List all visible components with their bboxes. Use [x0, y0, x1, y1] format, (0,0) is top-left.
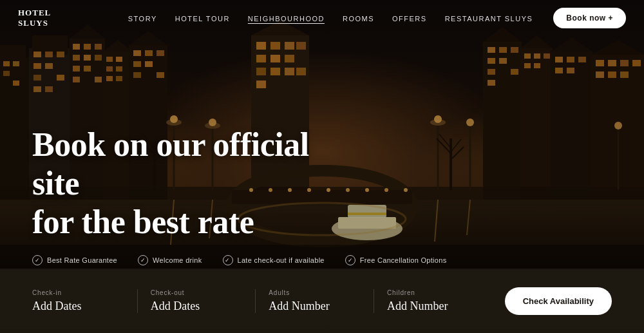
checkin-field[interactable]: Check-in Add Dates	[32, 289, 138, 313]
adults-value[interactable]: Add Number	[269, 300, 361, 313]
adults-label: Adults	[269, 289, 361, 296]
nav-restaurant[interactable]: RESTAURANT SLUYS	[445, 15, 533, 23]
feature-label-3: Late check-out if available	[238, 256, 325, 264]
check-icon-2: ✓	[138, 255, 148, 265]
nav-offers[interactable]: OFFERS	[392, 15, 427, 23]
check-availability-button[interactable]: Check Availability	[505, 287, 612, 315]
book-now-button[interactable]: Book now +	[553, 8, 626, 28]
checkin-label: Check-in	[32, 289, 124, 296]
nav-rooms[interactable]: ROOMS	[343, 15, 374, 23]
nav-hotel-tour[interactable]: HOTEL TOUR	[175, 15, 230, 23]
logo-line2: SLUYS	[18, 18, 51, 28]
nav-links: STORY HOTEL TOUR NEIGHBOURHOOD ROOMS OFF…	[128, 12, 533, 24]
checkin-value[interactable]: Add Dates	[32, 300, 124, 313]
checkout-value[interactable]: Add Dates	[151, 300, 243, 313]
logo-line1: HOTEL	[18, 8, 51, 18]
feature-late-checkout: ✓ Late check-out if available	[223, 255, 325, 265]
hero-title: Book on our official site for the best r…	[32, 126, 354, 241]
feature-best-rate: ✓ Best Rate Guarantee	[32, 255, 117, 265]
children-value[interactable]: Add Number	[387, 300, 479, 313]
feature-free-cancellation: ✓ Free Cancellation Options	[345, 255, 447, 265]
feature-label-1: Best Rate Guarantee	[47, 256, 117, 264]
hero-title-line2: for the best rate	[32, 204, 254, 240]
features-bar: ✓ Best Rate Guarantee ✓ Welcome drink ✓ …	[0, 255, 644, 265]
check-icon-1: ✓	[32, 255, 43, 265]
hero-title-line1: Book on our official site	[32, 126, 309, 202]
check-icon-4: ✓	[345, 255, 355, 265]
checkout-field[interactable]: Check-out Add Dates	[138, 289, 256, 313]
navbar: HOTEL SLUYS STORY HOTEL TOUR NEIGHBOURHO…	[0, 0, 644, 35]
feature-label-4: Free Cancellation Options	[360, 256, 447, 264]
nav-story[interactable]: STORY	[128, 15, 157, 23]
feature-welcome-drink: ✓ Welcome drink	[138, 255, 202, 265]
checkout-label: Check-out	[151, 289, 243, 296]
check-icon-3: ✓	[223, 255, 233, 265]
children-label: Children	[387, 289, 479, 296]
children-field[interactable]: Children Add Number	[374, 289, 492, 313]
nav-neighbourhood[interactable]: NEIGHBOURHOOD	[248, 15, 325, 23]
logo[interactable]: HOTEL SLUYS	[18, 8, 51, 28]
hero-content: Book on our official site for the best r…	[32, 126, 354, 241]
adults-field[interactable]: Adults Add Number	[256, 289, 374, 313]
booking-bar: Check-in Add Dates Check-out Add Dates A…	[0, 269, 644, 333]
feature-label-2: Welcome drink	[153, 256, 202, 264]
